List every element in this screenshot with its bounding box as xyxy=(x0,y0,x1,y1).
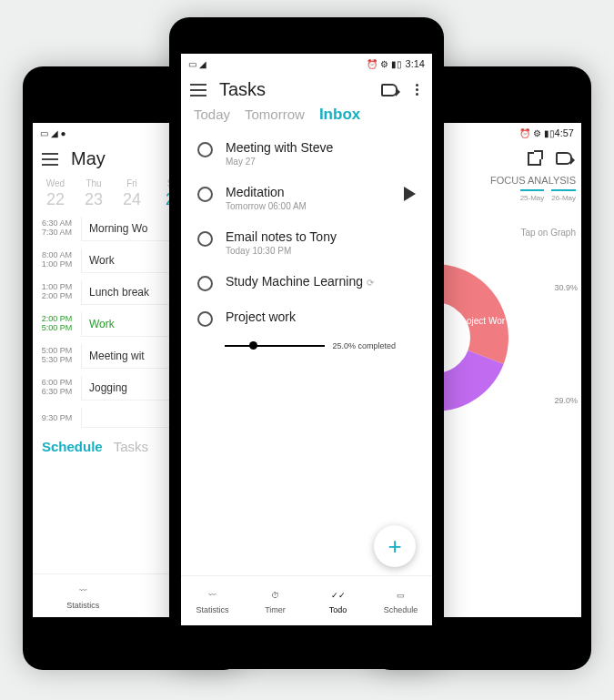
progress-bar[interactable]: 25.0% completed xyxy=(181,336,432,350)
status-icons-left: ▭ ◢ xyxy=(188,59,206,69)
chart-icon: 〰 xyxy=(79,583,87,599)
progress-track xyxy=(225,345,325,347)
slice-label: oject Wor xyxy=(467,316,506,326)
progress-label: 25.0% completed xyxy=(332,341,396,350)
menu-icon[interactable] xyxy=(42,153,58,166)
tab-tasks[interactable]: Tasks xyxy=(114,439,148,454)
task-item[interactable]: Study Machine Learning⟳ xyxy=(181,265,432,300)
status-bar: ▭ ◢ ⏰ ⚙ ▮▯ 3:14 xyxy=(181,54,432,74)
tab-tomorrow[interactable]: Tomorrow xyxy=(245,107,305,122)
more-icon[interactable] xyxy=(410,84,423,96)
menu-icon[interactable] xyxy=(190,84,206,96)
task-tabs: Today Tomorrow Inbox xyxy=(181,106,432,131)
timer-icon: ⏱ xyxy=(271,587,279,604)
tab-today[interactable]: Today xyxy=(194,107,230,122)
nav-statistics[interactable]: 〰Statistics xyxy=(33,574,134,617)
status-icons: ▭ ◢ ● xyxy=(40,128,66,138)
day-item[interactable]: Wed22 xyxy=(40,178,71,209)
tag-icon[interactable] xyxy=(381,84,398,96)
task-item[interactable]: MeditationTomorrow 06:00 AM xyxy=(181,176,432,220)
add-button[interactable]: + xyxy=(374,525,416,567)
check-icon: ✓✓ xyxy=(331,587,346,604)
progress-knob[interactable] xyxy=(249,341,257,350)
checkbox-icon[interactable] xyxy=(197,142,213,157)
checkbox-icon[interactable] xyxy=(197,276,213,291)
status-icons: ⏰ ⚙ ▮▯ xyxy=(519,128,555,138)
status-icons-right: ⏰ ⚙ ▮▯ 3:14 xyxy=(367,58,425,69)
pct-label: 30.9% xyxy=(554,283,578,292)
nav-todo[interactable]: ✓✓Todo xyxy=(307,576,369,625)
task-item[interactable]: Meeting with SteveMay 27 xyxy=(181,131,432,176)
checkbox-icon[interactable] xyxy=(197,187,213,202)
day-item[interactable]: Fri24 xyxy=(116,178,147,209)
task-item[interactable]: Email notes to TonyToday 10:30 PM xyxy=(181,220,432,265)
header: Tasks xyxy=(181,74,432,106)
tab-schedule[interactable]: Schedule xyxy=(42,439,103,454)
play-icon[interactable] xyxy=(404,187,416,201)
task-item[interactable]: Project work xyxy=(181,300,432,336)
repeat-icon: ⟳ xyxy=(367,278,374,288)
tag-icon[interactable] xyxy=(556,152,572,165)
checkbox-icon[interactable] xyxy=(197,231,213,247)
calendar-icon: ▭ xyxy=(397,587,405,604)
day-item[interactable]: Thu23 xyxy=(78,178,109,209)
nav-statistics[interactable]: 〰Statistics xyxy=(181,576,244,625)
page-title: May xyxy=(71,148,106,169)
checkbox-icon[interactable] xyxy=(197,311,213,327)
pct-label: 29.0% xyxy=(554,396,578,405)
open-external-icon[interactable] xyxy=(528,152,541,166)
page-title: Tasks xyxy=(219,79,266,100)
nav-schedule[interactable]: ▭Schedule xyxy=(369,576,432,625)
phone-center: ▭ ◢ ⏰ ⚙ ▮▯ 3:14 Tasks Today Tomorrow Inb… xyxy=(169,17,444,669)
tab-inbox[interactable]: Inbox xyxy=(319,106,360,124)
bottom-nav: 〰Statistics ⏱Timer ✓✓Todo ▭Schedule xyxy=(181,575,432,625)
plus-icon: + xyxy=(388,533,401,561)
status-time: 4:57 xyxy=(555,127,574,138)
nav-timer[interactable]: ⏱Timer xyxy=(244,576,307,625)
screen-center: ▭ ◢ ⏰ ⚙ ▮▯ 3:14 Tasks Today Tomorrow Inb… xyxy=(181,54,432,625)
chart-icon: 〰 xyxy=(208,587,216,604)
